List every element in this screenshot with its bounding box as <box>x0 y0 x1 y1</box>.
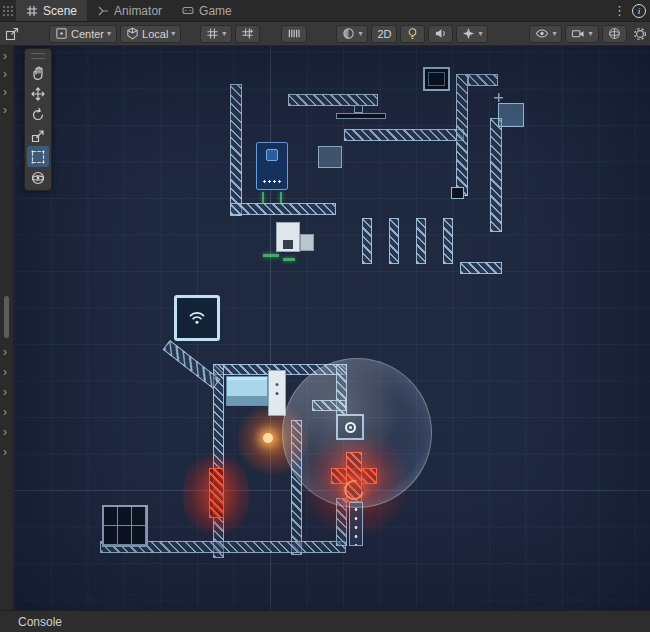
wall-segment[interactable] <box>163 340 221 389</box>
wall-segment[interactable] <box>344 129 464 141</box>
game-icon <box>182 5 194 17</box>
2d-label: 2D <box>377 28 391 40</box>
chevron-right-icon[interactable]: › <box>3 446 7 458</box>
chevron-right-icon[interactable]: › <box>3 68 7 80</box>
audio-toggle-button[interactable] <box>428 25 453 43</box>
popout-icon <box>5 27 19 41</box>
transform-tool-icon <box>30 170 46 186</box>
console-tab-label: Console <box>0 615 62 629</box>
ladder[interactable] <box>349 502 363 546</box>
wall-segment[interactable] <box>389 218 399 264</box>
scene-visibility-button[interactable]: ▾ <box>529 25 562 43</box>
chevron-right-icon[interactable]: › <box>3 104 7 116</box>
grid-snap-icon <box>241 27 254 40</box>
camera-icon <box>571 27 585 40</box>
grid-snap-button[interactable] <box>235 25 260 43</box>
chevron-right-icon[interactable]: › <box>3 406 7 418</box>
gray-block[interactable] <box>318 146 342 168</box>
chevron-right-icon[interactable]: › <box>3 86 7 98</box>
dark-panel[interactable] <box>423 67 450 91</box>
window-grip-icon[interactable] <box>2 5 14 16</box>
wall-segment[interactable] <box>460 262 502 274</box>
grid-visibility-button[interactable]: ▾ <box>200 25 232 43</box>
scene-grid-icon <box>26 5 38 17</box>
rotate-tool-button[interactable] <box>27 104 49 125</box>
scene-toolbar: Center ▾ Local ▾ ▾ ▾ 2D <box>0 22 650 46</box>
tab-label: Game <box>199 4 232 18</box>
left-collapsed-strip[interactable]: ›››››››››› <box>0 46 14 610</box>
pivot-icon <box>55 27 68 40</box>
blue-door[interactable] <box>256 142 288 190</box>
wall-segment[interactable] <box>230 203 336 215</box>
grid-icon <box>206 27 219 40</box>
gizmos-button[interactable] <box>602 25 627 43</box>
pivot-mode-button[interactable]: Center ▾ <box>49 25 117 43</box>
wall-segment[interactable] <box>456 74 468 196</box>
dropdown-arrow-icon: ▾ <box>588 30 592 38</box>
gear-icon <box>633 27 647 41</box>
rect-tool-icon <box>30 149 46 165</box>
tab-scene[interactable]: Scene <box>16 0 87 21</box>
blue-window[interactable] <box>498 103 524 127</box>
tool-palette <box>24 48 52 191</box>
strip-scrollbar-thumb[interactable] <box>4 296 9 338</box>
orientation-button[interactable]: Local ▾ <box>120 25 181 43</box>
chevron-right-icon[interactable]: › <box>3 50 7 62</box>
lighting-toggle-button[interactable] <box>400 25 425 43</box>
rail-knob[interactable] <box>354 105 363 113</box>
effects-toggle-button[interactable]: ▾ <box>456 25 488 43</box>
scale-tool-button[interactable] <box>27 125 49 146</box>
chevron-right-icon[interactable]: › <box>3 426 7 438</box>
small-block[interactable] <box>451 187 464 199</box>
machine[interactable] <box>276 222 300 252</box>
settings-gear-button[interactable] <box>630 25 650 43</box>
move-tool-button[interactable] <box>27 83 49 104</box>
sound-emitter[interactable] <box>174 295 220 341</box>
transform-tool-button[interactable] <box>27 167 49 188</box>
snap-settings-button[interactable] <box>281 25 307 43</box>
camera-settings-button[interactable]: ▾ <box>565 25 598 43</box>
2d-toggle-button[interactable]: 2D <box>371 25 397 43</box>
palette-grip-icon[interactable] <box>31 53 45 59</box>
wall-segment[interactable] <box>416 218 426 264</box>
info-icon[interactable]: i <box>632 4 646 18</box>
panel-inset <box>428 72 445 86</box>
hand-tool-button[interactable] <box>27 62 49 83</box>
window-crate[interactable] <box>102 505 148 547</box>
shaded-sphere-icon <box>342 27 355 40</box>
tab-overflow-menu[interactable]: ⋮ <box>607 0 632 21</box>
wall-segment[interactable] <box>288 94 378 106</box>
machine-small[interactable] <box>300 234 314 251</box>
radius-bubble[interactable] <box>282 358 432 508</box>
dropdown-arrow-icon: ▾ <box>358 30 362 38</box>
wall-segment[interactable] <box>362 218 372 264</box>
wall-segment[interactable] <box>490 118 502 232</box>
chevron-right-icon[interactable]: › <box>3 366 7 378</box>
cabinet[interactable] <box>226 376 268 406</box>
selection-mark <box>263 254 279 257</box>
console-bar[interactable]: Console <box>0 610 650 632</box>
wall-segment[interactable] <box>468 74 498 86</box>
pane-popout-button[interactable] <box>2 25 22 43</box>
rotate-tool-icon <box>30 107 46 123</box>
tab-label: Scene <box>43 4 77 18</box>
eye-icon <box>535 27 549 40</box>
scene-canvas[interactable] <box>14 46 650 610</box>
cube-icon <box>126 27 139 40</box>
chevron-right-icon[interactable]: › <box>3 346 7 358</box>
rect-tool-button[interactable] <box>27 146 49 167</box>
room-door[interactable] <box>268 370 286 416</box>
platform-rail[interactable] <box>336 113 386 119</box>
dropdown-arrow-icon: ▾ <box>171 30 175 38</box>
hazard-block[interactable] <box>209 468 224 518</box>
pivot-label: Center <box>71 28 104 40</box>
tab-animator[interactable]: Animator <box>87 0 172 21</box>
chevron-right-icon[interactable]: › <box>3 386 7 398</box>
scale-tool-icon <box>30 128 46 144</box>
tab-game[interactable]: Game <box>172 0 242 21</box>
wall-segment[interactable] <box>230 84 242 216</box>
wall-segment[interactable] <box>443 218 453 264</box>
animator-icon <box>97 5 109 17</box>
draw-mode-button[interactable]: ▾ <box>336 25 368 43</box>
wall-segment[interactable] <box>213 364 224 558</box>
